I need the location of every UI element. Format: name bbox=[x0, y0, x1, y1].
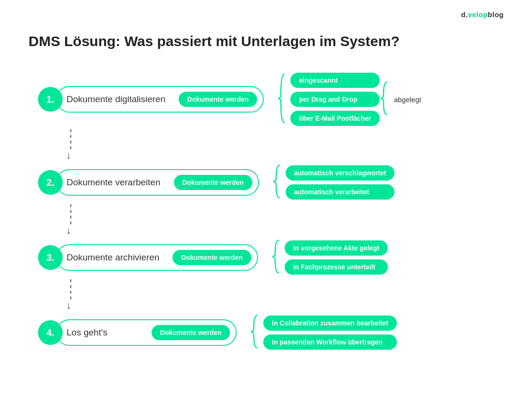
outcome-pill-2-1: automatisch verschlagwortet bbox=[286, 165, 395, 181]
arrow-down-2: ↓ bbox=[66, 225, 71, 236]
brand-logo: d.velopblog bbox=[461, 10, 504, 19]
page-container: d.velopblog DMS Lösung: Was passiert mit… bbox=[0, 0, 518, 420]
step-label-2: Dokumente verarbeiten bbox=[67, 177, 161, 188]
outcomes-list-3: in vorgesehene Akte gelegtin Fachprozess… bbox=[285, 240, 388, 275]
outcome-pill-1-3: über E-Mail Postfächer bbox=[290, 111, 380, 126]
arrow-connector-2: ↓ bbox=[59, 201, 489, 239]
step-circle-4: 4. bbox=[38, 320, 63, 345]
outcome-pill-3-2: in Fachprozesse unterteilt bbox=[285, 259, 388, 275]
brace-2 bbox=[272, 163, 282, 201]
step-circle-1: 1. bbox=[38, 87, 63, 112]
brace-3 bbox=[271, 239, 281, 277]
outcomes-list-4: in Collabration zusammen bearbeitetin pa… bbox=[263, 315, 397, 350]
step-right-3: in vorgesehene Akte gelegtin Fachprozess… bbox=[266, 239, 388, 277]
brand-accent: velop bbox=[468, 10, 488, 19]
step-tag-3: Dokumente werden bbox=[173, 250, 251, 265]
step-rect-2: Dokumente verarbeitenDokumente werden bbox=[56, 169, 259, 196]
outcome-pill-1-2: per Drag and Drop bbox=[290, 92, 380, 107]
abgelegt-brace-1 bbox=[380, 80, 389, 118]
step-circle-3: 3. bbox=[38, 245, 63, 270]
step-rect-4: Los geht'sDokumente werden bbox=[56, 319, 237, 346]
step-row-3: 3.Dokumente archivierenDokumente werden … bbox=[38, 239, 489, 277]
page-title: DMS Lösung: Was passiert mit Unterlagen … bbox=[29, 33, 489, 49]
step-row-1: 1.Dokumente digitalisierenDokumente werd… bbox=[38, 72, 489, 126]
step-label-1: Dokumente digitalisieren bbox=[67, 94, 165, 105]
step-label-4: Los geht's bbox=[67, 327, 138, 338]
step-rect-1: Dokumente digitalisierenDokumente werden bbox=[56, 86, 264, 113]
step-row-4: 4.Los geht'sDokumente werden in Collabra… bbox=[38, 314, 489, 352]
outcomes-list-2: automatisch verschlagwortetautomatisch v… bbox=[286, 165, 395, 200]
arrow-down-3: ↓ bbox=[66, 300, 71, 311]
dashed-line-2 bbox=[70, 204, 71, 227]
arrow-down-1: ↓ bbox=[66, 150, 71, 161]
arrow-connector-3: ↓ bbox=[59, 277, 489, 314]
outcome-pill-2-2: automatisch verarbeitet bbox=[286, 184, 395, 200]
step-tag-4: Dokumente werden bbox=[152, 325, 230, 340]
step-right-2: automatisch verschlagwortetautomatisch v… bbox=[267, 163, 395, 201]
flow-diagram: 1.Dokumente digitalisierenDokumente werd… bbox=[38, 72, 489, 352]
brace-1 bbox=[277, 72, 287, 126]
step-label-3: Dokumente archivieren bbox=[67, 252, 159, 263]
brace-4 bbox=[250, 314, 259, 352]
outcomes-suffix-1: abgelegt bbox=[394, 95, 422, 104]
outcomes-list-1: eingescanntper Drag and Dropüber E-Mail … bbox=[290, 73, 380, 126]
step-tag-1: Dokumente werden bbox=[179, 92, 257, 107]
step-right-1: eingescanntper Drag and Dropüber E-Mail … bbox=[271, 72, 421, 126]
step-tag-2: Dokumente werden bbox=[174, 175, 252, 190]
step-right-4: in Collabration zusammen bearbeitetin pa… bbox=[244, 314, 397, 352]
step-row-2: 2.Dokumente verarbeitenDokumente werden … bbox=[38, 163, 489, 201]
dashed-line-1 bbox=[70, 129, 71, 152]
outcome-pill-4-1: in Collabration zusammen bearbeitet bbox=[263, 315, 397, 331]
dashed-line-3 bbox=[70, 279, 71, 302]
outcome-pill-1-1: eingescannt bbox=[290, 73, 380, 88]
outcome-pill-4-2: in passenden Workflow übertragen bbox=[263, 334, 397, 350]
outcome-pill-3-1: in vorgesehene Akte gelegt bbox=[285, 240, 388, 256]
arrow-connector-1: ↓ bbox=[59, 126, 489, 163]
step-rect-3: Dokumente archivierenDokumente werden bbox=[56, 244, 258, 271]
step-circle-2: 2. bbox=[38, 170, 63, 195]
